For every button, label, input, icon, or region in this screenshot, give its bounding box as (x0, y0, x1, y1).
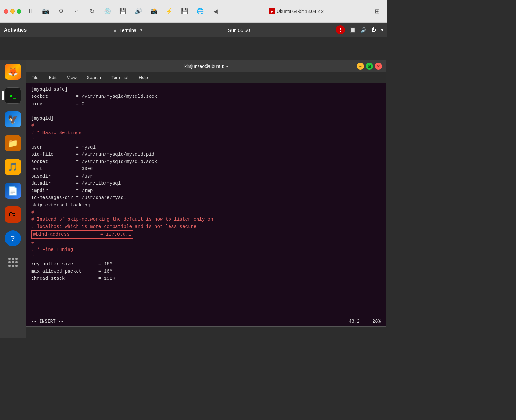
warning-icon[interactable]: ! (336, 25, 345, 34)
line-tmpdir: tmpdir = /tmp (31, 187, 381, 194)
files-icon: 📁 (5, 135, 21, 151)
dock-item-thunderbird[interactable]: 🦅 (2, 108, 24, 131)
terminal-titlebar: kimjunseo@ubuntu: ~ − ⊡ ✕ (26, 60, 386, 72)
back-forward-button[interactable]: ↔ (70, 4, 83, 18)
vm-window-button[interactable]: ⊞ (371, 4, 383, 18)
terminal-icon: >_ (5, 87, 21, 104)
menu-edit[interactable]: Edit (47, 74, 59, 81)
camera-icon[interactable]: 📸 (147, 4, 160, 18)
terminal-menubar: File Edit View Search Terminal Help (26, 72, 386, 83)
line-mysqld: [mysqld] (31, 115, 381, 122)
line-skip-external: skip-external-locking (31, 202, 381, 209)
menu-view[interactable]: View (65, 74, 78, 81)
pause-button[interactable]: ⏸ (24, 4, 37, 18)
line-basic-settings: # * Basic Settings (31, 129, 381, 136)
help-icon: ? (5, 230, 21, 246)
ubuntu-dock: 🦊 >_ 🦅 📁 🎵 📄 🛍 ? (0, 60, 26, 315)
vm-toolbar-left: ⏸ 📷 ⚙ ↔ ↻ 💿 💾 🔊 📸 ⚡ 💾 🌐 ◀ (4, 4, 222, 18)
line-max-allowed: max_allowed_packet = 16M (31, 268, 381, 275)
line-comment-networking: # Instead of skip-networking the default… (31, 216, 381, 223)
maximize-button[interactable] (17, 9, 21, 14)
usb-icon[interactable]: ⚡ (163, 4, 176, 18)
line-port: port = 3306 (31, 165, 381, 172)
dock-item-files[interactable]: 📁 (2, 132, 24, 154)
line-comment-localhost: # localhost which is more compatible and… (31, 223, 381, 230)
menu-file[interactable]: File (29, 74, 41, 81)
line-basedir: basedir = /usr (31, 173, 381, 180)
terminal-dropdown-icon[interactable]: ▾ (140, 28, 142, 32)
terminal-maximize-button[interactable]: ⊡ (366, 63, 373, 70)
line-comment4: # (31, 239, 381, 246)
dock-item-software[interactable]: 🛍 (2, 203, 24, 226)
vm-toolbar: ⏸ 📷 ⚙ ↔ ↻ 💿 💾 🔊 📸 ⚡ 💾 🌐 ◀ ► Ubuntu 64-bi… (0, 0, 387, 23)
volume-icon[interactable]: 🔊 (132, 4, 145, 18)
apps-icon (5, 254, 21, 270)
terminal-label: Terminal (119, 27, 138, 33)
line-mysqld-safe: [mysqld_safe] (31, 86, 381, 93)
line-comment2: # (31, 136, 381, 143)
line-socket1: socket = /var/run/mysqld/mysqld.sock (31, 93, 381, 100)
network-icon[interactable]: 🌐 (194, 4, 207, 18)
dock-item-terminal[interactable]: >_ (2, 84, 24, 107)
ubuntu-desktop: Activities 🖥 Terminal ▾ Sun 05:50 ! 🔲 🔊 … (0, 23, 387, 315)
line-datadir: datadir = /var/lib/mysql (31, 180, 381, 187)
power-status-icon[interactable]: ⏻ (371, 27, 376, 33)
bind-address-highlight: #bind-address = 127.0.0.1 (31, 230, 133, 239)
dock-item-firefox[interactable]: 🦊 (2, 60, 24, 83)
line-pid-file: pid-file = /var/run/mysqld/mysqld.pid (31, 151, 381, 158)
save-state-icon[interactable]: 💾 (178, 4, 191, 18)
line-thread-stack: thread_stack = 192K (31, 275, 381, 282)
menu-terminal[interactable]: Terminal (109, 74, 130, 81)
volume-status-icon[interactable]: 🔊 (360, 27, 367, 33)
collapse-icon[interactable]: ◀ (209, 4, 222, 18)
topbar-right: ! 🔲 🔊 ⏻ ▾ (336, 25, 383, 34)
dock-item-apps[interactable] (2, 251, 24, 273)
line-lc-messages: lc-messages-dir = /usr/share/mysql (31, 194, 381, 201)
line-key-buffer: key_buffer_size = 16M (31, 260, 381, 268)
menu-help[interactable]: Help (137, 74, 150, 81)
terminal-window: kimjunseo@ubuntu: ~ − ⊡ ✕ File Edit View… (26, 60, 386, 315)
activities-button[interactable]: Activities (4, 27, 27, 33)
traffic-lights (4, 9, 21, 14)
firefox-icon: 🦊 (5, 64, 21, 80)
terminal-content[interactable]: [mysqld_safe] socket = /var/run/mysqld/m… (26, 83, 386, 315)
terminal-indicator: 🖥 Terminal ▾ (113, 27, 142, 33)
screenshot-button[interactable]: 📷 (39, 4, 52, 18)
line-nice: nice = 0 (31, 100, 381, 107)
thunderbird-icon: 🦅 (5, 111, 21, 127)
line-comment3: # (31, 209, 381, 216)
vm-icon: ► (269, 8, 275, 14)
rhythmbox-icon: 🎵 (5, 159, 21, 175)
line-user: user = mysql (31, 144, 381, 151)
minimize-button[interactable] (10, 9, 15, 14)
line-comment1: # (31, 122, 381, 129)
terminal-title: kimjunseo@ubuntu: ~ (56, 64, 357, 69)
ubuntu-topbar: Activities 🖥 Terminal ▾ Sun 05:50 ! 🔲 🔊 … (0, 23, 387, 37)
dock-item-help[interactable]: ? (2, 227, 24, 250)
line-socket2: socket = /var/run/mysqld/mysqld.sock (31, 158, 381, 165)
vm-toolbar-right: ⊞ (371, 4, 383, 18)
line-comment5: # (31, 253, 381, 260)
terminal-minimize-button[interactable]: − (357, 63, 364, 70)
vm-title-area: ► Ubuntu 64-bit 18.04.2 2 (269, 8, 324, 14)
writer-icon: 📄 (5, 183, 21, 199)
line-blank1 (31, 107, 381, 114)
vm-title: Ubuntu 64-bit 18.04.2 2 (277, 9, 324, 14)
system-menu-icon[interactable]: ▾ (381, 27, 383, 33)
cd-icon[interactable]: 💿 (101, 4, 114, 18)
dock-item-writer[interactable]: 📄 (2, 179, 24, 202)
clock: Sun 05:50 (228, 27, 250, 33)
refresh-icon[interactable]: ↻ (86, 4, 98, 18)
floppy-icon[interactable]: 💾 (116, 4, 129, 18)
terminal-close-button[interactable]: ✕ (375, 63, 382, 70)
dock-item-rhythmbox[interactable]: 🎵 (2, 156, 24, 178)
terminal-controls: − ⊡ ✕ (357, 63, 382, 70)
software-icon: 🛍 (5, 206, 21, 223)
line-fine-tuning: # * Fine Tuning (31, 246, 381, 253)
close-button[interactable] (4, 9, 8, 14)
line-bind-address: #bind-address = 127.0.0.1 (31, 230, 381, 239)
network-status-icon[interactable]: 🔲 (349, 27, 356, 33)
settings-icon[interactable]: ⚙ (55, 4, 68, 18)
menu-search[interactable]: Search (85, 74, 103, 81)
